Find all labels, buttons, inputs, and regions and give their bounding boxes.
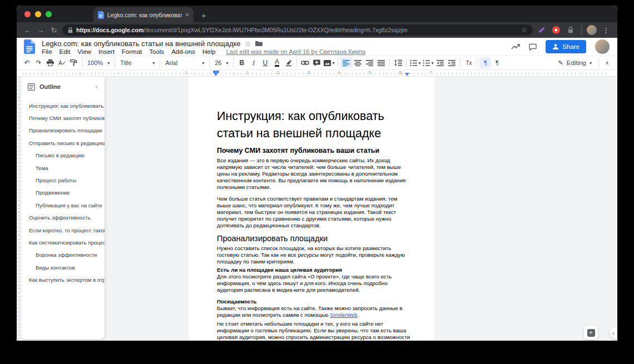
menu-item[interactable]: Add-ons — [171, 48, 195, 55]
browser-tab[interactable]: Legko.com: как опубликовать × — [93, 7, 194, 22]
doc-subheading-audience[interactable]: Есть ли на площадке наша целевая аудитор… — [217, 267, 410, 273]
forward-button[interactable]: → — [36, 26, 46, 34]
text-direction-ltr-button[interactable]: ¶ — [479, 57, 491, 68]
text-direction-rtl-button[interactable]: ¶ — [491, 57, 503, 68]
outline-item[interactable]: Продвижение — [21, 187, 105, 199]
outline-item[interactable]: Процесс работы — [21, 174, 105, 186]
align-right-button[interactable] — [364, 57, 375, 68]
insert-link-icon[interactable] — [299, 57, 311, 68]
right-indent-marker[interactable] — [405, 73, 409, 76]
doc-title-heading[interactable]: Инструкция: как опубликовать статьи на в… — [217, 108, 410, 142]
underline-button[interactable]: U — [259, 57, 271, 68]
comments-icon[interactable] — [529, 43, 537, 51]
doc-paragraph[interactable]: Не стоит отметать небольшие площадки и т… — [217, 321, 410, 341]
print-icon[interactable] — [44, 57, 56, 68]
extension-record-icon[interactable] — [551, 24, 562, 36]
outline-item[interactable]: Если коротко, то процесс такой — [21, 224, 105, 236]
hide-side-panel-button[interactable]: ‹ — [610, 327, 617, 339]
new-tab-button[interactable]: + — [201, 11, 206, 19]
outline-item[interactable]: Воронка эффективности — [21, 249, 105, 261]
align-left-button[interactable] — [340, 57, 352, 68]
similarweb-link[interactable]: SimilarWeb — [330, 312, 357, 318]
menu-item[interactable]: Tools — [149, 48, 164, 55]
line-spacing-button[interactable] — [392, 57, 404, 68]
font-size-select[interactable]: 26▾ — [212, 57, 231, 68]
undo-button[interactable]: ↶ — [21, 57, 33, 68]
doc-paragraph[interactable]: Бывает, что информация есть на сайте. Та… — [217, 305, 410, 318]
tab-close-button[interactable]: × — [185, 12, 189, 18]
extension-lock-icon[interactable] — [565, 24, 576, 36]
align-center-button[interactable] — [352, 57, 364, 68]
outline-collapse-button[interactable]: ‹ — [96, 83, 98, 91]
insert-image-icon[interactable]: ▾ — [323, 57, 335, 68]
doc-heading-analyze[interactable]: Проанализировать площадки — [217, 234, 410, 243]
doc-paragraph[interactable]: Все издания — это в первую очередь комме… — [217, 157, 410, 191]
collapse-toolbar-button[interactable]: ∧ — [601, 57, 613, 68]
left-indent-marker[interactable] — [214, 73, 218, 76]
doc-paragraph[interactable]: Чем больше статья соответствует правилам… — [217, 196, 410, 229]
first-line-indent-marker[interactable] — [213, 71, 219, 73]
insights-icon[interactable] — [511, 43, 520, 50]
outline-item[interactable]: Проанализировать площадки — [21, 124, 105, 137]
doc-paragraph[interactable]: Для этого посмотрите раздел сайта «О про… — [217, 273, 410, 293]
bookmark-star-icon[interactable]: ☆ — [521, 26, 527, 34]
url-bar[interactable]: https://docs.google.com/document/d/1pogX… — [62, 24, 533, 36]
mode-select[interactable]: ✎ Editing ▾ — [553, 59, 596, 67]
align-justify-button[interactable] — [375, 57, 387, 68]
browser-menu-button[interactable]: ⋮ — [600, 26, 612, 34]
move-folder-icon[interactable] — [255, 41, 262, 47]
outline-item[interactable]: Тема — [21, 162, 105, 174]
outline-item[interactable]: Инструкция: как опубликовать с... — [21, 99, 105, 112]
menu-item[interactable]: Help — [202, 48, 216, 55]
outline-item[interactable]: Виды контактов — [21, 261, 105, 273]
outline-item[interactable]: Публикация у вас на сайте — [21, 199, 105, 211]
decrease-indent-button[interactable] — [434, 57, 446, 68]
outline-item[interactable]: Письмо в редакцию — [21, 149, 105, 162]
minimize-window-button[interactable] — [35, 11, 41, 17]
explore-button[interactable]: + — [584, 326, 598, 340]
menu-item[interactable]: File — [42, 48, 52, 55]
numbered-list-button[interactable]: ▾ — [409, 57, 422, 68]
doc-subheading-traffic[interactable]: Посещаемость — [217, 298, 410, 305]
back-button[interactable]: ← — [22, 26, 32, 34]
increase-indent-button[interactable] — [446, 57, 458, 68]
outline-title: Outline — [39, 83, 91, 90]
add-comment-icon[interactable] — [311, 57, 323, 68]
star-document-icon[interactable]: ☆ — [245, 40, 251, 48]
outline-item[interactable]: Отправить письмо в редакцию — [21, 137, 105, 149]
document-title[interactable]: Legko.com: как опубликовать статьи на вн… — [42, 39, 241, 48]
bold-button[interactable]: B — [236, 57, 247, 68]
browser-profile-avatar[interactable] — [587, 25, 597, 35]
outline-item[interactable]: Почему СМИ захотят публикова... — [21, 112, 105, 124]
bulleted-list-button[interactable]: ▾ — [422, 57, 434, 68]
doc-heading-smi[interactable]: Почему СМИ захотят публиковать ваши стат… — [217, 147, 410, 154]
reload-button[interactable]: ↻ — [49, 26, 59, 34]
last-edit-link[interactable]: Last edit was made on April 16 by Светла… — [226, 48, 365, 55]
font-select[interactable]: Arial▾ — [162, 57, 207, 68]
doc-paragraph[interactable]: Нужно составить список площадок, на кото… — [217, 245, 410, 265]
zoom-select[interactable]: 100%▾ — [85, 57, 112, 68]
close-window-button[interactable] — [24, 11, 31, 17]
paint-format-icon[interactable] — [68, 57, 80, 68]
fullscreen-window-button[interactable] — [46, 11, 52, 17]
highlight-color-icon[interactable] — [283, 57, 294, 68]
menu-item[interactable]: View — [77, 48, 91, 55]
clear-formatting-button[interactable]: Tx — [463, 57, 474, 68]
text-color-button[interactable]: A — [271, 57, 283, 68]
outline-item[interactable]: Оценить эффективность — [21, 212, 105, 224]
account-avatar[interactable] — [595, 39, 610, 54]
menu-item[interactable]: Edit — [60, 48, 71, 55]
redo-button[interactable]: ↷ — [33, 57, 44, 68]
share-button[interactable]: Share — [546, 40, 586, 53]
docs-app-icon[interactable] — [24, 39, 35, 54]
outline-item[interactable]: Как выступить экспертом в отр... — [21, 273, 105, 286]
menu-item[interactable]: Format — [122, 48, 142, 55]
italic-button[interactable]: I — [247, 57, 259, 68]
styles-select[interactable]: Title▾ — [117, 57, 157, 68]
document-canvas: Инструкция: как опубликовать статьи на в… — [17, 77, 617, 341]
document-page[interactable]: Инструкция: как опубликовать статьи на в… — [187, 77, 435, 341]
outline-item[interactable]: Как систематизировать процесс — [21, 236, 105, 248]
extension-pen-icon[interactable] — [536, 24, 547, 36]
spellcheck-button[interactable]: A✓ — [56, 57, 68, 68]
menu-item[interactable]: Insert — [98, 48, 115, 55]
